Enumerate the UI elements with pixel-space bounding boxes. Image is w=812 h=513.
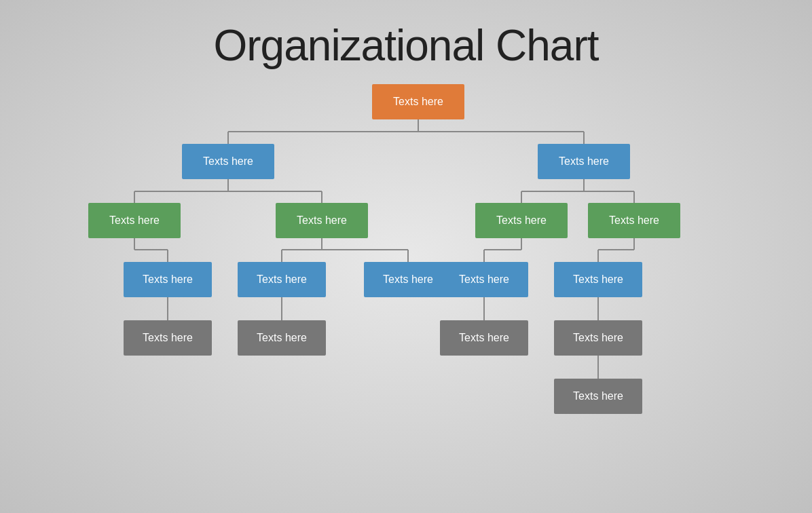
node-l1a[interactable]: Texts here (182, 144, 274, 179)
node-l4d[interactable]: Texts here (554, 320, 642, 356)
page-title: Organizational Chart (214, 20, 599, 71)
node-l4e[interactable]: Texts here (554, 379, 642, 414)
node-l4c[interactable]: Texts here (440, 320, 528, 356)
node-l4a[interactable]: Texts here (124, 320, 212, 356)
node-l4b[interactable]: Texts here (238, 320, 326, 356)
node-l2a[interactable]: Texts here (88, 203, 181, 238)
node-root[interactable]: Texts here (372, 84, 464, 119)
node-l2d[interactable]: Texts here (588, 203, 680, 238)
chart-area: Texts here Texts here Texts here Texts h… (0, 84, 812, 513)
node-l3b[interactable]: Texts here (238, 262, 326, 297)
node-l3e[interactable]: Texts here (554, 262, 642, 297)
connectors-svg (0, 84, 812, 513)
node-l3c[interactable]: Texts here (364, 262, 452, 297)
node-l3d[interactable]: Texts here (440, 262, 528, 297)
node-l2c[interactable]: Texts here (475, 203, 568, 238)
node-l3a[interactable]: Texts here (124, 262, 212, 297)
node-l2b[interactable]: Texts here (276, 203, 368, 238)
node-l1b[interactable]: Texts here (538, 144, 630, 179)
